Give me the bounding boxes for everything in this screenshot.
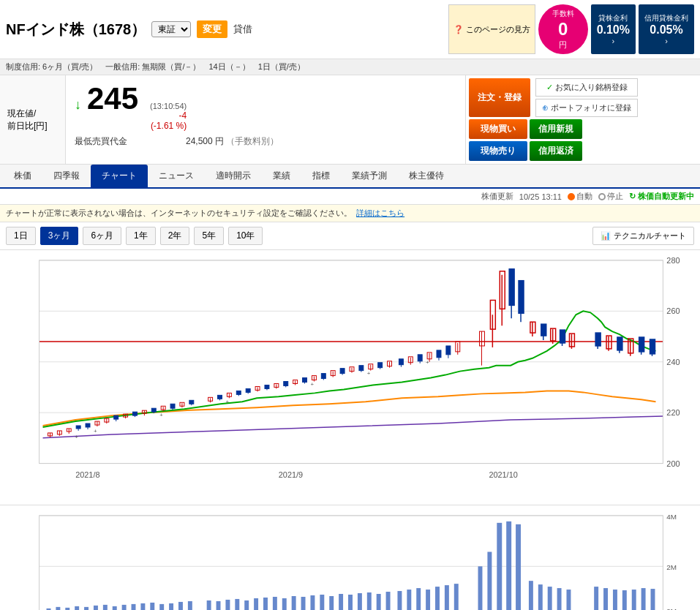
svg-rect-154 bbox=[103, 605, 108, 610]
svg-text:240: 240 bbox=[666, 358, 680, 366]
action-row1: 注文・登録 ✓ お気に入り銘柄登録 ⊕ ポートフォリオに登録 bbox=[469, 78, 697, 117]
tab-news[interactable]: ニュース bbox=[148, 165, 205, 187]
svg-text:4M: 4M bbox=[666, 513, 677, 521]
radio-auto[interactable]: 自動 bbox=[568, 191, 592, 202]
radio-stop[interactable]: 停止 bbox=[598, 191, 623, 202]
svg-rect-153 bbox=[94, 606, 98, 610]
svg-rect-169 bbox=[254, 598, 258, 610]
svg-rect-114 bbox=[519, 281, 524, 314]
period-1y[interactable]: 1年 bbox=[126, 227, 156, 245]
svg-rect-189 bbox=[445, 585, 449, 610]
svg-rect-166 bbox=[225, 600, 230, 610]
tab-jiji[interactable]: 適時開示 bbox=[205, 165, 262, 187]
svg-rect-118 bbox=[541, 324, 546, 336]
svg-text:280: 280 bbox=[666, 256, 680, 265]
svg-rect-182 bbox=[377, 594, 381, 610]
period-5y[interactable]: 5年 bbox=[194, 227, 224, 245]
svg-rect-87 bbox=[378, 363, 383, 368]
svg-rect-160 bbox=[159, 604, 164, 610]
margin-ret-button[interactable]: 信用返済 bbox=[530, 141, 582, 161]
tab-shikirho[interactable]: 四季報 bbox=[42, 165, 91, 187]
svg-text:2021/9: 2021/9 bbox=[279, 470, 303, 479]
price-label-line1: 現在値/ bbox=[7, 108, 58, 120]
svg-rect-122 bbox=[560, 330, 565, 343]
tab-kabuka[interactable]: 株価 bbox=[3, 165, 42, 187]
radio-auto-dot bbox=[568, 193, 575, 200]
svg-rect-149 bbox=[56, 607, 60, 610]
change-button[interactable]: 変更 bbox=[197, 20, 227, 38]
price-main: ↓ 245 (13:10:54) -4 (-1.61 %) bbox=[75, 78, 456, 134]
svg-rect-159 bbox=[150, 603, 154, 610]
page-header: NFインド株（1678） 東証 変更 貸借 ❓ このページの見方 手数料 0 円… bbox=[0, 0, 700, 59]
portfolio-label: ポートフォリオに登録 bbox=[551, 103, 631, 112]
tab-shihyo[interactable]: 指標 bbox=[301, 165, 341, 187]
price-down-arrow: ↓ bbox=[75, 97, 81, 113]
svg-rect-152 bbox=[84, 607, 89, 610]
credit-rate-value: 0.05% bbox=[650, 23, 682, 37]
update-label: 株価更新 bbox=[481, 191, 513, 202]
period-3m[interactable]: 3ヶ月 bbox=[40, 227, 79, 245]
svg-rect-156 bbox=[122, 605, 127, 610]
svg-rect-112 bbox=[509, 269, 514, 306]
svg-rect-136 bbox=[650, 339, 655, 354]
tab-gyoseki-yosoku[interactable]: 業績予測 bbox=[341, 165, 398, 187]
svg-rect-192 bbox=[487, 552, 492, 610]
svg-text:+: + bbox=[426, 359, 429, 366]
period-2y[interactable]: 2年 bbox=[160, 227, 190, 245]
how-link[interactable]: ❓ このページの見方 bbox=[448, 4, 535, 54]
svg-rect-158 bbox=[140, 603, 145, 610]
period-10y[interactable]: 10年 bbox=[228, 227, 263, 245]
svg-rect-198 bbox=[548, 587, 552, 610]
svg-rect-187 bbox=[426, 590, 430, 610]
update-datetime: 10/25 13:11 bbox=[519, 192, 562, 201]
svg-rect-175 bbox=[310, 595, 315, 610]
refresh-icon: ↻ bbox=[629, 192, 636, 200]
period-6m[interactable]: 6ヶ月 bbox=[83, 227, 121, 245]
price-action-area: 現在値/ 前日比[円] ↓ 245 (13:10:54) -4 (-1.61 %… bbox=[0, 75, 700, 165]
credit-rate-label: 信用貸株金利 bbox=[644, 13, 688, 23]
period-bar: 1日 3ヶ月 6ヶ月 1年 2年 5年 10年 📊 テクニカルチャート bbox=[0, 222, 700, 250]
lending-rate-link[interactable]: 貸株金利 0.10% › bbox=[591, 4, 636, 54]
svg-rect-155 bbox=[113, 606, 117, 610]
buy-button[interactable]: 現物買い bbox=[469, 119, 527, 139]
svg-rect-190 bbox=[454, 584, 459, 610]
tab-chart[interactable]: チャート bbox=[91, 165, 148, 187]
svg-rect-202 bbox=[603, 588, 608, 610]
svg-text:220: 220 bbox=[666, 408, 680, 417]
update-status: ↻ 株価自動更新中 bbox=[629, 191, 694, 202]
svg-rect-164 bbox=[207, 600, 211, 610]
fav-button[interactable]: ✓ お気に入り銘柄登録 bbox=[535, 78, 638, 97]
technical-chart-button[interactable]: 📊 テクニカルチャート bbox=[592, 227, 694, 245]
margin-new-button[interactable]: 信用新規 bbox=[530, 119, 582, 139]
action-row3: 現物売り 信用返済 bbox=[469, 141, 697, 161]
svg-rect-78 bbox=[340, 369, 345, 374]
credit-rate-link[interactable]: 信用貸株金利 0.05% › bbox=[639, 4, 694, 54]
svg-rect-195 bbox=[516, 524, 521, 610]
chevron-right-icon2: › bbox=[665, 37, 668, 45]
volume-chart: 4M 2M 0M bbox=[0, 505, 700, 610]
question-icon: ❓ bbox=[454, 25, 464, 34]
period-1d[interactable]: 1日 bbox=[6, 227, 36, 245]
portfolio-button[interactable]: ⊕ ポートフォリオに登録 bbox=[535, 99, 638, 117]
sell-button[interactable]: 現物売り bbox=[469, 141, 527, 161]
exchange-select[interactable]: 東証 bbox=[151, 21, 191, 37]
svg-rect-177 bbox=[329, 596, 334, 610]
svg-rect-102 bbox=[446, 346, 451, 355]
current-price: 245 bbox=[87, 81, 138, 116]
svg-rect-100 bbox=[437, 350, 441, 358]
tab-gyoseki[interactable]: 業績 bbox=[262, 165, 301, 187]
tab-kabunushi[interactable]: 株主優待 bbox=[398, 165, 455, 187]
warning-link[interactable]: 詳細はこちら bbox=[356, 208, 404, 217]
svg-rect-29 bbox=[114, 415, 118, 419]
svg-text:+: + bbox=[159, 412, 163, 418]
price-label-line2: 前日比[円] bbox=[7, 120, 58, 132]
price-min-row: 最低売買代金 24,500 円 （手数料別） bbox=[75, 134, 456, 149]
order-register-button[interactable]: 注文・登録 bbox=[469, 78, 530, 117]
svg-rect-157 bbox=[132, 604, 136, 610]
action-area: 注文・登録 ✓ お気に入り銘柄登録 ⊕ ポートフォリオに登録 現物買い 信用新規… bbox=[466, 75, 700, 164]
svg-rect-42 bbox=[170, 404, 175, 408]
svg-rect-0 bbox=[3, 253, 697, 500]
plus-icon: ⊕ bbox=[542, 103, 549, 112]
svg-rect-179 bbox=[348, 595, 353, 610]
svg-text:+: + bbox=[310, 381, 314, 388]
